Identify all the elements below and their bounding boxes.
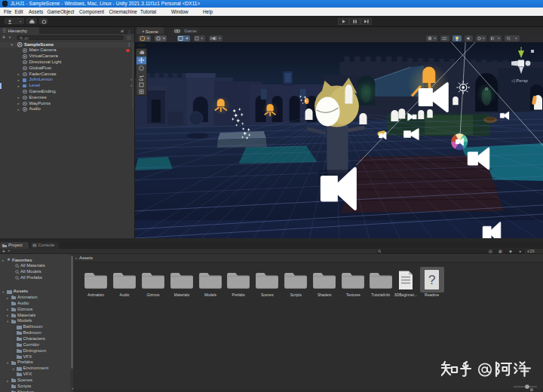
svg-text:?: ? [428,273,435,287]
svg-text:◁ Persp: ◁ Persp [511,78,529,83]
